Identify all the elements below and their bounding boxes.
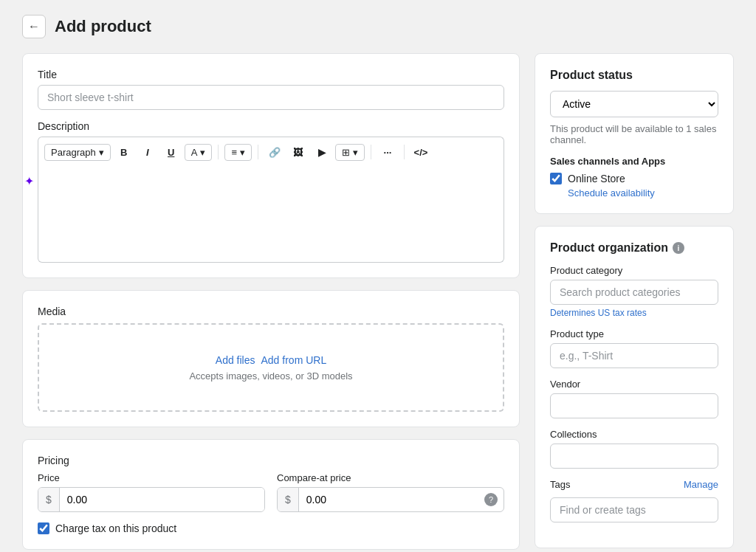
media-dropzone[interactable]: Add files Add from URL Accepts images, v… (38, 323, 504, 412)
product-organization-card: Product organization i Product category … (535, 226, 734, 548)
left-column: Title Description Paragraph ▾ B I U A ▾ (22, 53, 520, 550)
main-layout: Title Description Paragraph ▾ B I U A ▾ (22, 53, 734, 550)
charge-tax-checkbox[interactable] (38, 522, 49, 534)
channel-row: Online Store (550, 173, 718, 184)
status-hint: This product will be available to 1 sale… (550, 123, 718, 145)
category-input[interactable] (550, 280, 718, 305)
ai-icon[interactable]: ✦ (24, 174, 34, 188)
back-button[interactable]: ← (22, 15, 46, 38)
status-select[interactable]: Active Draft (550, 91, 718, 117)
vendor-label: Vendor (550, 379, 718, 390)
chevron-down-icon-4: ▾ (353, 147, 358, 158)
table-icon: ⊞ (342, 147, 350, 158)
tags-label: Tags (550, 479, 570, 490)
category-label: Product category (550, 265, 718, 276)
italic-button[interactable]: I (137, 142, 158, 162)
product-type-input[interactable] (550, 343, 718, 368)
more-button[interactable]: ··· (377, 142, 398, 162)
compare-prefix: $ (278, 488, 299, 511)
video-button[interactable]: ▶ (312, 142, 332, 162)
vendor-input[interactable] (550, 393, 718, 418)
sales-channels-title: Sales channels and Apps (550, 156, 718, 167)
product-type-field-group: Product type (550, 328, 718, 368)
page-title: Add product (55, 17, 151, 36)
add-files-link[interactable]: Add files (216, 354, 255, 366)
code-button[interactable]: </> (410, 142, 431, 162)
tags-field-group: Tags Manage (550, 479, 718, 522)
manage-link[interactable]: Manage (684, 479, 718, 490)
chevron-down-icon-2: ▾ (200, 147, 205, 158)
editor-wrapper: ✦ (38, 167, 504, 263)
org-title-text: Product organization (550, 241, 668, 255)
paragraph-label: Paragraph (51, 147, 96, 158)
vendor-field-group: Vendor (550, 379, 718, 418)
image-button[interactable]: 🖼 (288, 142, 309, 162)
title-input[interactable] (38, 85, 504, 110)
compare-input[interactable] (299, 488, 484, 511)
charge-tax-label: Charge tax on this product (55, 522, 176, 534)
price-input[interactable] (60, 488, 264, 511)
paragraph-dropdown[interactable]: Paragraph ▾ (44, 144, 111, 161)
price-input-wrap: $ (38, 487, 265, 512)
text-color-dropdown[interactable]: A ▾ (185, 144, 213, 161)
right-column: Product status Active Draft This product… (535, 53, 734, 548)
chevron-down-icon: ▾ (99, 147, 104, 158)
toolbar-divider-3 (371, 145, 371, 159)
pricing-card: Pricing Price $ Compare-at price $ (22, 439, 520, 550)
back-icon: ← (28, 20, 40, 33)
title-label: Title (38, 69, 504, 80)
schedule-link[interactable]: Schedule availability (568, 187, 718, 199)
charge-tax-row: Charge tax on this product (38, 522, 504, 534)
align-dropdown[interactable]: ≡ ▾ (224, 144, 252, 161)
page-container: ← Add product Title Description Paragrap… (0, 0, 756, 552)
bold-button[interactable]: B (114, 142, 134, 162)
info-icon[interactable]: i (673, 242, 684, 254)
product-status-title: Product status (550, 69, 718, 82)
compare-help-icon[interactable]: ? (484, 493, 498, 506)
price-label: Price (38, 472, 265, 483)
chevron-down-icon-3: ▾ (240, 147, 245, 158)
tax-link[interactable]: Determines US tax rates (550, 308, 718, 318)
collections-field-group: Collections (550, 429, 718, 469)
product-info-card: Title Description Paragraph ▾ B I U A ▾ (22, 53, 520, 278)
collections-input[interactable] (550, 444, 718, 469)
media-card: Media Add files Add from URL Accepts ima… (22, 290, 520, 427)
description-label: Description (38, 120, 504, 132)
org-title: Product organization i (550, 241, 718, 255)
compare-input-wrap: $ ? (277, 487, 504, 512)
product-status-card: Product status Active Draft This product… (535, 53, 734, 214)
toolbar-divider-2 (258, 145, 258, 159)
page-header: ← Add product (22, 15, 734, 38)
compare-price-field: Compare-at price $ ? (277, 472, 504, 512)
underline-button[interactable]: U (161, 142, 182, 162)
editor-toolbar: Paragraph ▾ B I U A ▾ ≡ ▾ (38, 137, 504, 167)
compare-label: Compare-at price (277, 472, 504, 483)
add-url-link[interactable]: Add from URL (261, 354, 327, 366)
tags-input[interactable] (550, 497, 718, 522)
pricing-row: Price $ Compare-at price $ ? (38, 472, 504, 512)
pricing-title: Pricing (38, 455, 504, 466)
media-hint: Accepts images, videos, or 3D models (189, 370, 352, 382)
link-button[interactable]: 🔗 (264, 142, 285, 162)
table-dropdown[interactable]: ⊞ ▾ (335, 144, 365, 161)
media-links: Add files Add from URL (216, 354, 326, 366)
toolbar-divider-4 (404, 145, 405, 159)
align-icon: ≡ (231, 147, 237, 158)
tags-header: Tags Manage (550, 479, 718, 490)
description-editor[interactable] (38, 167, 504, 263)
category-field-group: Product category Determines US tax rates (550, 265, 718, 318)
online-store-checkbox[interactable] (550, 173, 562, 184)
media-title: Media (38, 306, 504, 317)
text-color-label: A (191, 147, 198, 158)
price-prefix: $ (38, 488, 60, 511)
product-type-label: Product type (550, 328, 718, 339)
price-field: Price $ (38, 472, 265, 512)
collections-label: Collections (550, 429, 718, 440)
toolbar-divider-1 (218, 145, 219, 159)
online-store-label: Online Store (568, 173, 625, 184)
